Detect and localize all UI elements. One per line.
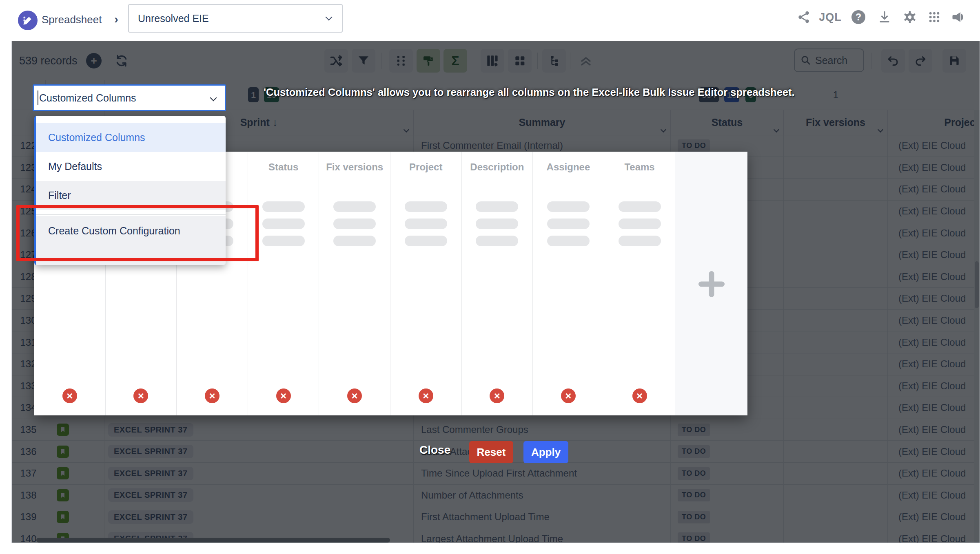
modal-column[interactable]: Status ×: [248, 152, 319, 415]
remove-column-icon[interactable]: ×: [347, 388, 362, 403]
remove-column-icon[interactable]: ×: [561, 388, 576, 403]
modal-column-header: Fix versions: [319, 152, 390, 175]
menu-item-my-defaults[interactable]: My Defaults: [36, 152, 226, 181]
menu-item-customized-columns[interactable]: Customized Columns: [36, 123, 226, 152]
share-icon[interactable]: [796, 9, 812, 25]
text-cursor: [38, 90, 38, 105]
skeleton-pills: [390, 201, 461, 246]
remove-column-icon[interactable]: ×: [419, 388, 433, 403]
skeleton-pills: [533, 201, 604, 246]
apps-grid-icon[interactable]: [926, 9, 942, 25]
top-navigation-bar: Spreadsheet › Unresolved EIE JQL ?: [0, 0, 980, 41]
remove-column-icon[interactable]: ×: [133, 388, 148, 403]
configuration-dropdown-value: Customized Columns: [39, 92, 136, 104]
breadcrumb-chevron-icon: ›: [114, 12, 118, 26]
modal-column-header: Description: [462, 152, 533, 175]
megaphone-icon[interactable]: [950, 9, 966, 25]
configuration-dropdown-input[interactable]: Customized Columns: [33, 84, 226, 111]
skeleton-pills: [462, 201, 533, 246]
apply-button[interactable]: Apply: [523, 441, 568, 463]
menu-item-filter[interactable]: Filter: [36, 181, 226, 210]
tooltip-text: 'Customized Columns' allows you to rearr…: [264, 86, 795, 98]
skeleton-pills: [248, 201, 319, 246]
chevron-down-icon: [210, 95, 217, 102]
settings-gear-icon[interactable]: [902, 9, 918, 25]
modal-column-header: Status: [248, 152, 319, 175]
plus-icon: [709, 271, 714, 297]
remove-column-icon[interactable]: ×: [632, 388, 647, 403]
jql-button[interactable]: JQL: [818, 9, 843, 25]
skeleton-pills: [604, 201, 675, 246]
modal-column-header: Assignee: [533, 152, 604, 175]
app-logo-icon[interactable]: [18, 11, 38, 30]
remove-column-icon[interactable]: ×: [276, 388, 291, 403]
remove-column-icon[interactable]: ×: [205, 388, 220, 403]
chevron-down-icon: [326, 14, 333, 21]
modal-column-header: Teams: [604, 152, 675, 175]
help-icon[interactable]: ?: [850, 9, 867, 25]
view-selector-dropdown[interactable]: Unresolved EIE: [128, 4, 343, 33]
configuration-dropdown-menu: Customized Columns My Defaults Filter Cr…: [34, 116, 226, 265]
view-selector-value: Unresolved EIE: [138, 13, 209, 24]
modal-column[interactable]: Assignee ×: [533, 152, 604, 415]
remove-column-icon[interactable]: ×: [62, 388, 77, 403]
modal-column-header: Project: [390, 152, 461, 175]
modal-column[interactable]: Description ×: [462, 152, 533, 415]
menu-divider: [36, 214, 226, 215]
remove-column-icon[interactable]: ×: [490, 388, 504, 403]
reset-button[interactable]: Reset: [469, 441, 513, 463]
add-column-area[interactable]: [675, 152, 747, 415]
modal-column[interactable]: Project ×: [390, 152, 462, 415]
skeleton-pills: [319, 201, 390, 246]
app-title: Spreadsheet: [42, 13, 102, 26]
modal-column[interactable]: Fix versions ×: [319, 152, 390, 415]
download-icon[interactable]: [876, 9, 893, 25]
menu-item-create-custom-configuration[interactable]: Create Custom Configuration: [36, 216, 226, 265]
close-button[interactable]: Close: [419, 444, 450, 457]
modal-column[interactable]: Teams ×: [604, 152, 676, 415]
page: Spreadsheet › Unresolved EIE JQL ? 539 r…: [0, 0, 980, 554]
